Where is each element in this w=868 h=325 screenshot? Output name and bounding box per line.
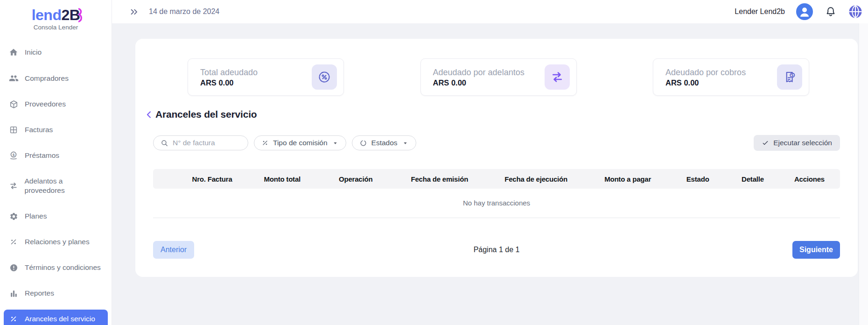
sidebar-item-adelantos[interactable]: Adelantos a proveedores	[4, 172, 108, 200]
sidebar-nav: Inicio Compradores Proveedores Facturas …	[0, 43, 112, 325]
sidebar-item-label: Términos y condiciones	[25, 263, 101, 272]
section-header: Aranceles del servicio	[145, 109, 257, 120]
sidebar-item-label: Adelantos a proveedores	[25, 177, 103, 195]
caret-down-icon	[402, 140, 409, 147]
sidebar-item-label: Compradores	[25, 74, 69, 83]
sidebar: lend2B Consola Lender Inicio Compradores…	[0, 0, 112, 325]
sidebar-item-label: Inicio	[25, 48, 42, 57]
person-icon	[798, 5, 812, 19]
sidebar-item-label: Relaciones y planes	[25, 237, 90, 247]
column-header: Fecha de ejecución	[485, 169, 586, 189]
expand-sidebar-icon[interactable]	[130, 7, 139, 16]
coin-icon	[8, 151, 19, 160]
main-content: Total adeudado ARS 0.00 Adeudado por ade…	[112, 23, 868, 325]
logo-text-primary: lend	[32, 7, 62, 23]
adeudado-adelantos-card: Adeudado por adelantos ARS 0.00	[420, 58, 577, 96]
globe-icon[interactable]	[847, 4, 863, 20]
column-header-checkbox	[153, 169, 178, 189]
chevron-left-icon[interactable]	[145, 110, 154, 119]
page-indicator: Página 1 de 1	[474, 246, 520, 254]
sidebar-item-proveedores[interactable]: Proveedores	[4, 95, 108, 113]
filters-row: Tipo de comisión Estados Ejecutar selecc…	[153, 135, 840, 151]
alert-circle-icon	[8, 263, 19, 272]
next-page-button[interactable]: Siguiente	[792, 241, 840, 259]
logo-text-secondary: 2B	[61, 7, 80, 23]
grid-icon	[8, 126, 19, 134]
sidebar-item-inicio[interactable]: Inicio	[4, 43, 108, 62]
sidebar-item-label: Aranceles del servicio	[25, 314, 95, 324]
percent-icon	[8, 238, 19, 246]
topbar: 14 de marzo de 2024 Lender Lend2b	[112, 0, 868, 23]
column-header: Fecha de emisión	[393, 169, 485, 189]
card-value: ARS 0.00	[200, 78, 258, 87]
caret-down-icon	[332, 140, 339, 147]
commission-type-dropdown[interactable]: Tipo de comisión	[254, 135, 346, 150]
sidebar-item-label: Proveedores	[25, 99, 66, 109]
table-header-row: Nro. Factura Monto total Operación Fecha…	[153, 169, 840, 189]
sidebar-item-relaciones[interactable]: Relaciones y planes	[4, 233, 108, 251]
notifications-bell-icon[interactable]	[825, 6, 836, 17]
summary-cards-row: Total adeudado ARS 0.00 Adeudado por ade…	[188, 58, 809, 96]
user-name: Lender Lend2b	[735, 7, 785, 16]
card-value: ARS 0.00	[433, 78, 525, 87]
sidebar-item-aranceles[interactable]: Aranceles del servicio	[4, 310, 108, 325]
search-icon	[161, 139, 168, 147]
states-label: Estados	[371, 139, 398, 147]
card-label: Total adeudado	[200, 67, 258, 78]
swap-arrows-icon	[8, 181, 19, 191]
brand-logo: lend2B Consola Lender	[0, 0, 112, 31]
card-label: Adeudado por cobros	[665, 67, 746, 78]
current-date: 14 de marzo de 2024	[149, 7, 219, 16]
package-icon	[8, 100, 19, 109]
sidebar-item-terminos[interactable]: Términos y condiciones	[4, 258, 108, 277]
check-icon	[762, 139, 769, 147]
adeudado-cobros-card: Adeudado por cobros ARS 0.00	[653, 58, 809, 96]
invoice-search-input[interactable]	[173, 139, 241, 147]
page-scroll-gutter[interactable]	[859, 23, 868, 325]
total-adeudado-card: Total adeudado ARS 0.00	[188, 58, 344, 96]
bar-chart-icon	[8, 289, 19, 298]
column-header: Acciones	[779, 169, 840, 189]
empty-state-message: No hay transacciones	[153, 189, 840, 218]
sidebar-item-planes[interactable]: Planes	[4, 207, 108, 226]
gear-icon	[8, 212, 19, 221]
column-header: Nro. Factura	[178, 169, 246, 189]
column-header: Estado	[669, 169, 727, 189]
transactions-table: Nro. Factura Monto total Operación Fecha…	[153, 169, 840, 218]
percent-icon	[8, 315, 19, 323]
column-header: Operación	[318, 169, 393, 189]
sidebar-item-prestamos[interactable]: Préstamos	[4, 146, 108, 165]
status-circle-icon	[359, 139, 367, 147]
previous-page-button[interactable]: Anterior	[153, 241, 194, 259]
sidebar-item-label: Planes	[25, 212, 47, 221]
aranceles-panel: Total adeudado ARS 0.00 Adeudado por ade…	[135, 39, 858, 277]
home-icon	[8, 48, 19, 57]
states-dropdown[interactable]: Estados	[352, 135, 416, 150]
sidebar-item-label: Reportes	[25, 289, 54, 298]
empty-state-row: No hay transacciones	[153, 189, 840, 218]
transfer-arrows-icon	[545, 64, 570, 90]
execute-selection-label: Ejecutar selección	[773, 139, 832, 147]
invoice-search[interactable]	[153, 135, 248, 150]
sidebar-item-reportes[interactable]: Reportes	[4, 284, 108, 303]
user-avatar[interactable]	[796, 3, 813, 20]
percent-icon	[261, 139, 269, 147]
column-header: Detalle	[727, 169, 779, 189]
users-icon	[8, 73, 19, 83]
percent-badge-icon	[312, 64, 337, 90]
pagination-bar: Anterior Página 1 de 1 Siguiente	[153, 241, 840, 259]
card-label: Adeudado por adelantos	[433, 67, 525, 78]
sidebar-item-facturas[interactable]: Facturas	[4, 120, 108, 139]
column-header: Monto a pagar	[587, 169, 669, 189]
sidebar-item-compradores[interactable]: Compradores	[4, 69, 108, 88]
page-title: Aranceles del servicio	[155, 109, 257, 120]
sidebar-item-label: Facturas	[25, 125, 53, 134]
sidebar-item-label: Préstamos	[25, 151, 59, 160]
commission-type-label: Tipo de comisión	[273, 139, 328, 147]
logo-accent-icon	[78, 8, 84, 23]
execute-selection-button[interactable]: Ejecutar selección	[754, 135, 840, 151]
column-header: Monto total	[246, 169, 318, 189]
console-subtitle: Consola Lender	[0, 24, 112, 31]
card-value: ARS 0.00	[665, 78, 746, 87]
receipt-money-icon	[777, 64, 802, 90]
